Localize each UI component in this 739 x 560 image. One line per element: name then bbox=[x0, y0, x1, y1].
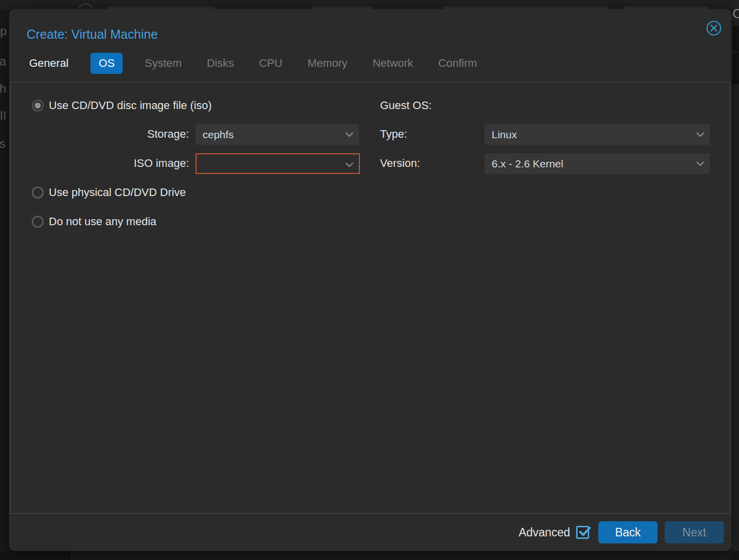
tab-confirm: Confirm bbox=[435, 53, 480, 74]
wizard-tabbar: General OS System Disks CPU Memory Netwo… bbox=[26, 52, 480, 75]
chevron-down-icon bbox=[696, 132, 704, 137]
advanced-checkbox[interactable] bbox=[576, 526, 589, 539]
background-sidebar-fragment: up bbox=[0, 24, 8, 38]
chevron-down-icon bbox=[345, 162, 353, 167]
guest-version-value: 6.x - 2.6 Kernel bbox=[492, 158, 563, 170]
storage-label: Storage: bbox=[78, 128, 189, 141]
tab-system: System bbox=[142, 53, 184, 74]
circle-x-close-icon bbox=[706, 20, 722, 36]
background-radio-icon bbox=[78, 3, 93, 9]
background-sidebar-fragment: sh bbox=[0, 81, 8, 96]
storage-dropdown[interactable]: cephfs bbox=[196, 124, 359, 145]
radio-use-iso[interactable] bbox=[32, 100, 44, 112]
background-hardware-row bbox=[0, 0, 739, 9]
background-sidebar-fragment: ss bbox=[0, 137, 8, 151]
tab-cpu: CPU bbox=[256, 53, 285, 74]
tab-disks: Disks bbox=[204, 53, 237, 74]
radio-physical-drive-label[interactable]: Use physical CD/DVD Drive bbox=[49, 186, 186, 199]
background-row bbox=[732, 52, 739, 85]
guest-type-dropdown[interactable]: Linux bbox=[485, 124, 710, 145]
guest-type-label: Type: bbox=[380, 128, 407, 141]
radio-no-media[interactable] bbox=[32, 216, 44, 228]
radio-no-media-label[interactable]: Do not use any media bbox=[49, 215, 156, 228]
radio-use-iso-label[interactable]: Use CD/DVD disc image file (iso) bbox=[49, 99, 212, 112]
guest-version-label: Version: bbox=[380, 157, 420, 170]
tab-memory: Memory bbox=[305, 53, 350, 74]
tab-network: Network bbox=[369, 53, 416, 74]
tab-os[interactable]: OS bbox=[90, 53, 123, 74]
create-vm-dialog: Create: Virtual Machine General OS Syste… bbox=[9, 9, 731, 551]
close-button[interactable] bbox=[706, 20, 722, 36]
chevron-down-icon bbox=[696, 161, 704, 166]
dialog-footer: Advanced Back Next bbox=[9, 514, 731, 551]
chevron-down-icon bbox=[345, 132, 353, 137]
radio-physical-drive[interactable] bbox=[32, 186, 44, 199]
back-button[interactable]: Back bbox=[598, 521, 658, 543]
background-right-fragment: C bbox=[732, 6, 739, 22]
background-row bbox=[732, 26, 739, 52]
storage-value: cephfs bbox=[203, 129, 234, 141]
guest-version-dropdown[interactable]: 6.x - 2.6 Kernel bbox=[485, 153, 710, 174]
dialog-title: Create: Virtual Machine bbox=[27, 27, 158, 42]
background-sidebar-fragment: ca bbox=[0, 54, 8, 68]
os-tab-panel: Use CD/DVD disc image file (iso) Storage… bbox=[10, 82, 730, 514]
background-sidebar-fragment: all bbox=[0, 109, 8, 123]
advanced-label: Advanced bbox=[519, 526, 570, 539]
tab-general[interactable]: General bbox=[26, 53, 71, 74]
check-icon bbox=[577, 524, 592, 538]
screen: up ca sh all ss C Create: Virtual Machin… bbox=[0, 0, 739, 560]
background-bottom-panel bbox=[71, 551, 732, 560]
iso-image-dropdown[interactable] bbox=[196, 153, 360, 174]
guest-os-heading: Guest OS: bbox=[380, 99, 432, 112]
next-button[interactable]: Next bbox=[665, 521, 724, 543]
guest-type-value: Linux bbox=[492, 129, 517, 141]
iso-image-label: ISO image: bbox=[78, 157, 189, 170]
